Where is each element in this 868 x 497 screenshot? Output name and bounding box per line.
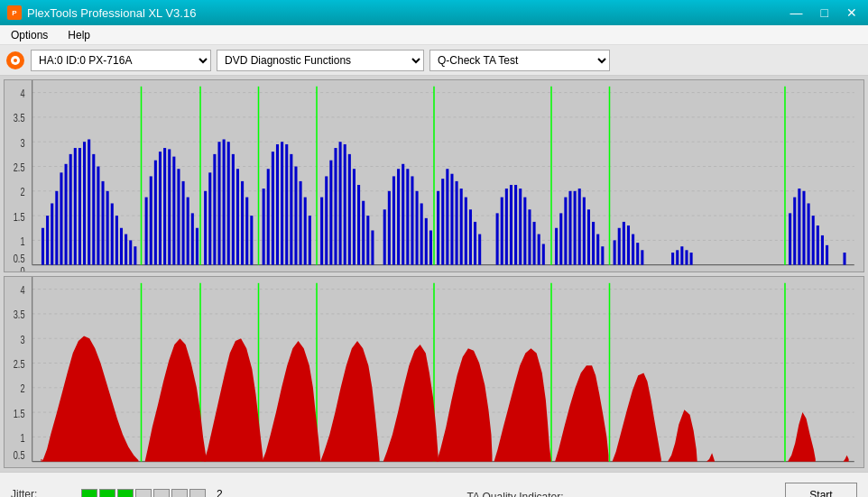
svg-text:8: 8 [431,465,436,467]
svg-text:0: 0 [20,264,24,271]
svg-text:2.5: 2.5 [14,357,25,370]
svg-text:2: 2 [80,270,85,272]
top-chart: 4 3.5 3 2.5 2 1.5 1 0.5 0 2 3 4 5 6 7 [4,79,864,272]
svg-point-2 [14,59,17,62]
titlebar-controls[interactable]: — □ ✕ [787,5,861,20]
svg-text:4: 4 [20,283,24,296]
svg-rect-155 [618,228,621,265]
drive-icon [5,51,25,70]
svg-text:4: 4 [20,87,24,100]
svg-rect-44 [42,228,44,265]
svg-rect-86 [245,198,248,265]
jitter-seg-3 [117,489,134,498]
svg-rect-108 [362,201,365,265]
drive-select[interactable]: HA:0 ID:0 PX-716A [31,50,211,71]
svg-rect-107 [357,185,360,265]
function-select[interactable]: DVD Diagnostic Functions [217,50,424,71]
titlebar: P PlexTools Professional XL V3.16 — □ ✕ [0,0,868,25]
svg-rect-99 [320,198,323,265]
svg-rect-51 [74,148,77,265]
svg-rect-71 [172,157,175,265]
bottom-chart: 4 3.5 3 2.5 2 1.5 1 0.5 2 3 4 5 6 7 8 9 [4,276,864,469]
svg-rect-94 [290,154,292,265]
svg-rect-142 [542,244,545,264]
svg-text:3.5: 3.5 [14,308,25,321]
svg-rect-60 [115,216,118,265]
svg-rect-132 [496,213,499,264]
svg-rect-76 [196,228,199,265]
menu-options[interactable]: Options [5,27,53,43]
metrics-left: Jitter: 2 Peak Shift: [11,488,245,498]
svg-rect-124 [446,169,448,264]
svg-rect-136 [514,185,517,265]
svg-text:2: 2 [20,382,24,394]
svg-rect-65 [145,198,148,265]
svg-rect-171 [812,216,815,265]
svg-text:1: 1 [20,431,24,444]
svg-text:7: 7 [374,270,378,272]
svg-text:10: 10 [547,270,556,272]
test-select[interactable]: Q-Check TA Test [429,50,610,71]
jitter-meter [81,489,206,498]
svg-rect-134 [505,189,508,265]
svg-rect-63 [129,240,132,264]
svg-rect-87 [250,216,253,265]
jitter-seg-2 [99,489,115,498]
menu-help[interactable]: Help [62,27,96,43]
svg-rect-53 [83,142,86,264]
svg-rect-47 [55,191,58,265]
svg-rect-149 [583,198,586,265]
svg-text:8: 8 [431,270,436,272]
minimize-button[interactable]: — [787,5,807,20]
svg-rect-148 [578,189,581,265]
svg-text:3: 3 [139,465,143,467]
svg-rect-100 [325,176,328,264]
close-button[interactable]: ✕ [843,5,861,20]
svg-rect-57 [101,181,104,265]
svg-text:11: 11 [605,465,614,467]
svg-rect-102 [334,148,337,265]
bottom-panel: Jitter: 2 Peak Shift: [0,472,868,497]
svg-rect-164 [685,250,688,264]
svg-rect-168 [798,189,800,265]
action-buttons: Start i [785,483,857,498]
svg-rect-68 [159,152,162,265]
toolbar: HA:0 ID:0 PX-716A DVD Diagnostic Functio… [0,45,868,76]
svg-text:1.5: 1.5 [14,210,25,223]
svg-text:12: 12 [663,270,672,272]
svg-rect-78 [208,172,211,264]
svg-rect-111 [383,209,386,264]
svg-rect-93 [285,144,288,265]
svg-rect-131 [478,235,481,265]
start-button[interactable]: Start [785,483,857,498]
svg-rect-150 [587,209,590,264]
svg-text:5: 5 [256,465,261,467]
svg-text:11: 11 [605,270,614,272]
svg-rect-138 [523,198,526,265]
svg-rect-126 [456,181,458,265]
svg-rect-121 [429,230,432,264]
jitter-seg-4 [135,489,152,498]
jitter-value: 2 [217,488,223,498]
svg-rect-144 [559,213,562,264]
svg-rect-97 [304,198,307,265]
jitter-seg-5 [153,489,170,498]
maximize-button[interactable]: □ [817,5,832,20]
svg-rect-104 [344,144,346,265]
svg-rect-81 [223,139,226,264]
svg-rect-103 [339,142,342,264]
svg-text:6: 6 [314,465,319,467]
svg-text:3: 3 [20,136,24,149]
svg-text:3: 3 [139,270,143,272]
svg-rect-84 [236,169,239,264]
svg-rect-133 [501,198,503,265]
svg-rect-58 [106,191,109,265]
svg-rect-54 [88,139,90,264]
svg-text:4: 4 [198,465,202,467]
svg-rect-163 [680,246,683,264]
svg-text:1: 1 [20,235,24,248]
svg-text:4: 4 [198,270,202,272]
svg-text:7: 7 [374,465,378,467]
svg-rect-77 [204,191,207,265]
jitter-seg-6 [171,489,188,498]
